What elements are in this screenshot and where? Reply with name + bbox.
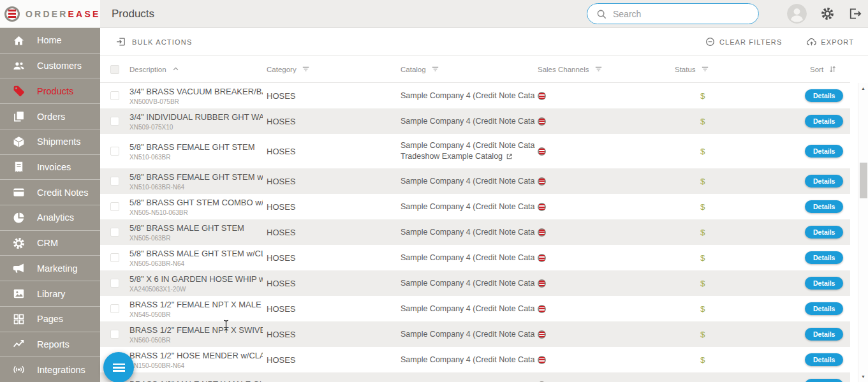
table-row[interactable]: 5/8" BRASS MALE GHT STEM XN505-063BR HOS… [100, 219, 850, 245]
action-cell: Details [805, 115, 850, 128]
sidebar-item-crm[interactable]: CRM [0, 230, 100, 256]
analytics-icon [12, 211, 26, 224]
details-button[interactable]: Details [805, 200, 843, 213]
scroll-down-arrow-icon[interactable]: ▼ [858, 374, 868, 379]
row-checkbox[interactable] [110, 91, 119, 100]
vertical-scrollbar[interactable]: ▲ ▼ [858, 83, 868, 382]
catalog-link[interactable]: Sample Company 4 (Credit Note Catalo [401, 176, 535, 187]
select-all-checkbox[interactable] [110, 65, 119, 74]
table-row[interactable]: BRASS 1/2" MALE NPT X MALE GHT HOSES Sam… [100, 372, 850, 382]
product-category: HOSES [267, 304, 401, 314]
sidebar-item-orders[interactable]: Orders [0, 103, 100, 129]
scrollbar-thumb[interactable] [860, 163, 867, 198]
sidebar-item-analytics[interactable]: Analytics [0, 205, 100, 230]
table-row[interactable]: 3/4" BRASS VACUUM BREAKER/BACK XN500VB-0… [100, 83, 850, 108]
product-catalogs: Sample Company 4 (Credit Note Catalo [401, 380, 538, 382]
scroll-up-arrow-icon[interactable]: ▲ [858, 86, 868, 91]
column-header-sort[interactable]: Sort [805, 64, 850, 74]
details-button[interactable]: Details [805, 89, 843, 102]
row-checkbox[interactable] [110, 330, 119, 339]
catalog-link[interactable]: Sample Company 4 (Credit Note Catalo [401, 380, 535, 382]
catalog-link[interactable]: Sample Company 4 (Credit Note Catalo [401, 116, 535, 127]
sidebar-item-reports[interactable]: Reports [0, 332, 100, 357]
column-header-catalog[interactable]: Catalog [401, 64, 538, 74]
sidebar-item-invoices[interactable]: Invoices [0, 154, 100, 180]
search-input[interactable] [607, 9, 758, 19]
details-button[interactable]: Details [805, 251, 843, 264]
details-button[interactable]: Details [805, 277, 843, 290]
row-checkbox[interactable] [110, 304, 119, 313]
table-row[interactable]: 5/8" BRASS FEMALE GHT STEM w/CL XN510-06… [100, 168, 850, 194]
export-icon [806, 36, 817, 47]
table-row[interactable]: BRASS 1/2" FEMALE NPT X SWIVEL ( XN560-0… [100, 321, 850, 347]
catalog-link[interactable]: Sample Company 4 (Credit Note Catalo [401, 304, 535, 314]
table-row[interactable]: 5/8" BRASS MALE GHT STEM w/CLAM XN505-06… [100, 245, 850, 270]
product-category: HOSES [267, 202, 401, 212]
export-label: EXPORT [821, 38, 854, 46]
sidebar-item-marketing[interactable]: Marketing [0, 255, 100, 281]
details-button[interactable]: Details [805, 145, 843, 158]
catalog-link[interactable]: Sample Company 4 (Credit Note Catalo [401, 253, 535, 263]
column-header-category[interactable]: Category [267, 64, 401, 74]
catalog-link[interactable]: Tradeshow Example Catalog [401, 151, 535, 162]
details-button[interactable]: Details [805, 302, 843, 315]
sales-channels-cell [538, 92, 675, 100]
product-catalogs: Sample Company 4 (Credit Note Catalo [401, 304, 538, 314]
bulk-actions-button[interactable]: BULK ACTIONS [112, 36, 196, 48]
table-row[interactable]: 5/8" BRASS GHT STEM COMBO w/CLA XN505-N5… [100, 194, 850, 219]
details-button[interactable]: Details [805, 379, 843, 382]
settings-gear-icon[interactable] [820, 6, 835, 21]
table-row[interactable]: 5/8" BRASS FEMALE GHT STEM XN510-063BR H… [100, 134, 850, 168]
main-content: BULK ACTIONS CLEAR FILTERS EXPORT Descri… [100, 28, 868, 382]
catalog-link[interactable]: Sample Company 4 (Credit Note Catalo [401, 227, 535, 238]
logout-icon[interactable] [848, 6, 862, 21]
catalog-link[interactable]: Sample Company 4 (Credit Note Catalo [401, 355, 535, 365]
row-checkbox[interactable] [110, 279, 119, 288]
product-description: 5/8" BRASS MALE GHT STEM [129, 223, 263, 233]
catalog-link[interactable]: Sample Company 4 (Credit Note Catalo [401, 140, 535, 151]
product-description: BRASS 1/2" FEMALE NPT X SWIVEL ( [129, 325, 263, 335]
orderease-logo[interactable]: ORDEREASE [0, 0, 100, 27]
table-row[interactable]: 5/8" X 6 IN GARDEN HOSE WHIP w/SP XA2405… [100, 270, 850, 296]
table-row[interactable]: 3/4" INDIVIDUAL RUBBER GHT WASH XN509-07… [100, 108, 850, 134]
search-box[interactable] [587, 3, 759, 24]
bulk-actions-label: BULK ACTIONS [132, 38, 192, 46]
details-button[interactable]: Details [805, 175, 843, 187]
sidebar-item-pages[interactable]: Pages [0, 306, 100, 332]
table-row[interactable]: BRASS 1/2" HOSE MENDER w/CLAMP XN150-050… [100, 347, 850, 372]
column-header-status[interactable]: Status [675, 64, 805, 74]
row-checkbox[interactable] [110, 253, 119, 262]
export-button[interactable]: EXPORT [802, 36, 858, 48]
column-header-sales-channels[interactable]: Sales Channels [538, 64, 675, 74]
table-body: 3/4" BRASS VACUUM BREAKER/BACK XN500VB-0… [100, 83, 850, 382]
table-row[interactable]: BRASS 1/2" FEMALE NPT X MALE GH XN545-05… [100, 296, 850, 321]
sidebar-item-home[interactable]: Home [0, 28, 100, 53]
details-button[interactable]: Details [805, 115, 843, 128]
sidebar-nav: Home Customers Products Orders Shipments… [0, 28, 100, 382]
sidebar-item-integrations[interactable]: Integrations [0, 356, 100, 382]
catalog-link[interactable]: Sample Company 4 (Credit Note Catalo [401, 329, 535, 340]
sidebar-item-products[interactable]: Products [0, 78, 100, 103]
details-button[interactable]: Details [805, 328, 843, 341]
row-checkbox[interactable] [110, 117, 119, 126]
row-checkbox[interactable] [110, 228, 119, 237]
row-checkbox-cell [100, 304, 129, 313]
sidebar-item-credit-notes[interactable]: Credit Notes [0, 179, 100, 205]
product-category: HOSES [267, 117, 401, 126]
row-checkbox[interactable] [110, 147, 119, 156]
catalog-link[interactable]: Sample Company 4 (Credit Note Catalo [401, 202, 535, 212]
menu-fab-button[interactable] [103, 352, 134, 382]
sidebar-item-library[interactable]: Library [0, 281, 100, 306]
clear-filters-button[interactable]: CLEAR FILTERS [701, 36, 786, 48]
details-button[interactable]: Details [805, 226, 843, 239]
row-checkbox[interactable] [110, 177, 119, 186]
sidebar-item-customers[interactable]: Customers [0, 53, 100, 78]
user-avatar[interactable] [787, 4, 807, 24]
row-checkbox[interactable] [110, 202, 119, 211]
filter-icon [430, 64, 440, 74]
sidebar-item-shipments[interactable]: Shipments [0, 129, 100, 154]
column-header-description[interactable]: Description [129, 64, 267, 74]
catalog-link[interactable]: Sample Company 4 (Credit Note Catalo [401, 278, 535, 289]
catalog-link[interactable]: Sample Company 4 (Credit Note Catalo [401, 91, 535, 101]
details-button[interactable]: Details [805, 353, 843, 366]
